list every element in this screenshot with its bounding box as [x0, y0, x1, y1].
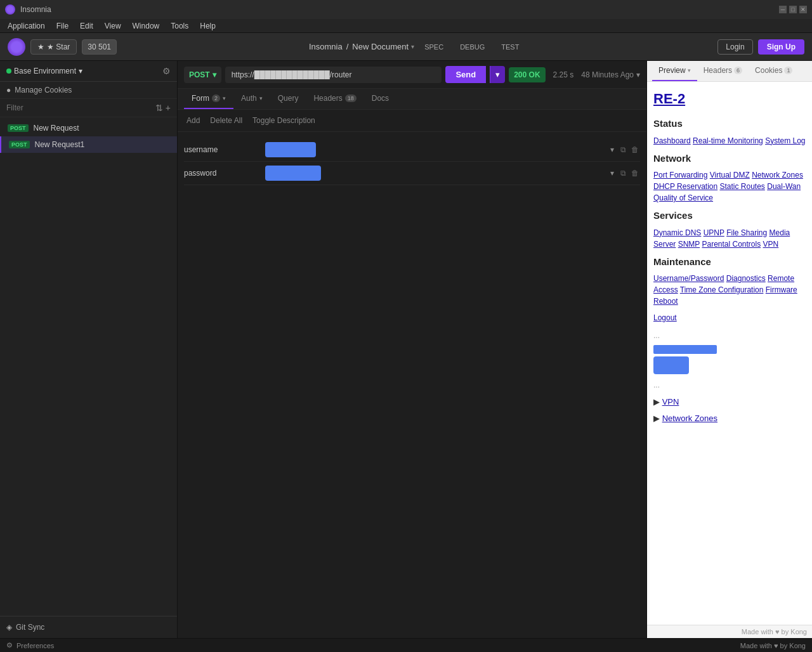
add-request-icon[interactable]: + [166, 103, 171, 113]
menu-item-window[interactable]: Window [128, 20, 165, 32]
link-dynamic-dns[interactable]: Dynamic DNS [653, 228, 701, 237]
link-realtime[interactable]: Real-time Monitoring [693, 136, 763, 145]
send-button[interactable]: Send [445, 66, 486, 83]
tab-auth[interactable]: Auth ▾ [233, 89, 270, 109]
menu-item-help[interactable]: Help [195, 20, 221, 32]
section-heading-status: Status [653, 117, 806, 131]
link-upnp[interactable]: UPNP [704, 228, 724, 237]
body-toolbar: Add Delete All Toggle Description [178, 110, 646, 132]
list-item[interactable]: POST New Request [0, 120, 177, 136]
link-diagnostics[interactable]: Diagnostics [726, 274, 766, 283]
method-badge: POST [9, 141, 30, 148]
maximize-button[interactable]: □ [789, 6, 797, 13]
tab-form[interactable]: Form 2 ▾ [184, 89, 233, 109]
delete-icon[interactable]: 🗑 [630, 167, 640, 179]
tab-resp-headers[interactable]: Headers 6 [697, 61, 749, 81]
link-dashboard[interactable]: Dashboard [653, 136, 691, 145]
link-network-zones[interactable]: Network Zones [752, 171, 803, 179]
tab-docs[interactable]: Docs [364, 89, 396, 109]
star-button[interactable]: ★ ★ Star [30, 39, 77, 55]
link-port-forwarding[interactable]: Port Forwarding [653, 171, 707, 179]
env-chevron-icon: ▾ [79, 67, 82, 75]
delete-all-button[interactable]: Delete All [207, 115, 245, 126]
link-virtual-dmz[interactable]: Virtual DMZ [710, 171, 750, 179]
link-firmware[interactable]: Firmware [766, 285, 797, 294]
link-qos[interactable]: Quality of Service [653, 193, 713, 202]
username-value-blurred [265, 142, 316, 157]
add-field-button[interactable]: Add [184, 115, 202, 126]
link-static-routes[interactable]: Static Routes [720, 182, 765, 191]
field-type-dropdown[interactable]: ▾ [610, 169, 614, 178]
spec-button[interactable]: SPEC [418, 41, 450, 53]
copy-icon[interactable]: ⧉ [619, 144, 627, 155]
link-timezone[interactable]: Time Zone Configuration [680, 285, 764, 294]
request-panel: POST ▾ Send ▾ 200 OK 2.25 s 48 Minutes A… [178, 61, 647, 638]
link-systemlog[interactable]: System Log [765, 136, 805, 145]
field-actions: ⧉ 🗑 [619, 167, 640, 179]
table-row: username ▾ ⧉ 🗑 [184, 138, 640, 162]
list-item[interactable]: POST New Request1 [0, 136, 177, 153]
tab-preview[interactable]: Preview ▾ [652, 61, 697, 81]
sidebar: Base Environment ▾ ⚙ ● Manage Cookies ⇅ … [0, 61, 178, 638]
link-network-zones-bottom[interactable]: Network Zones [662, 414, 717, 423]
manage-cookies-button[interactable]: ● Manage Cookies [0, 82, 177, 99]
send-dropdown-button[interactable]: ▾ [490, 66, 505, 83]
footer-text: Made with ♥ by Kong [740, 642, 806, 649]
table-row: password ▾ ⧉ 🗑 [184, 162, 640, 185]
window-controls: ─ □ ✕ [779, 6, 807, 13]
link-vpn-services[interactable]: VPN [763, 240, 779, 249]
signup-button[interactable]: Sign Up [758, 39, 804, 55]
env-status-dot [6, 68, 11, 74]
tab-cookies[interactable]: Cookies 1 [749, 61, 799, 81]
menu-item-application[interactable]: Application [3, 20, 50, 32]
debug-button[interactable]: DEBUG [454, 41, 491, 53]
link-vpn[interactable]: VPN [662, 397, 679, 407]
tab-query[interactable]: Query [270, 89, 306, 109]
section-heading-maintenance: Maintenance [653, 255, 806, 270]
blurred-blob-1 [653, 356, 689, 374]
delete-icon[interactable]: 🗑 [630, 144, 640, 155]
services-links: Dynamic DNS UPNP File Sharing Media Serv… [653, 227, 806, 250]
close-button[interactable]: ✕ [799, 6, 807, 13]
link-dual-wan[interactable]: Dual-Wan [767, 182, 801, 191]
copy-icon[interactable]: ⧉ [619, 167, 627, 179]
url-input[interactable] [225, 67, 442, 83]
preferences-button[interactable]: ⚙ Preferences [6, 641, 54, 649]
page-title[interactable]: RE-2 [653, 88, 806, 109]
method-selector[interactable]: POST ▾ [184, 67, 221, 83]
git-sync-button[interactable]: ◈ Git Sync [0, 616, 177, 638]
link-logout[interactable]: Logout [653, 313, 677, 322]
chevron-down-icon: ▾ [411, 43, 414, 50]
menu-item-edit[interactable]: Edit [75, 20, 98, 32]
minimize-button[interactable]: ─ [779, 6, 787, 13]
link-snmp[interactable]: SNMP [678, 240, 700, 249]
link-reboot[interactable]: Reboot [653, 297, 678, 306]
filter-input[interactable] [6, 103, 152, 112]
toggle-description-button[interactable]: Toggle Description [250, 115, 318, 126]
breadcrumb-doc[interactable]: New Document ▾ [352, 42, 414, 51]
test-button[interactable]: TEST [495, 41, 525, 53]
link-dhcp[interactable]: DHCP Reservation [653, 182, 717, 191]
request-name: New Request1 [35, 140, 85, 149]
link-parental[interactable]: Parental Controls [702, 240, 761, 249]
cookies-badge: 1 [784, 67, 792, 74]
sidebar-header: Base Environment ▾ ⚙ [0, 61, 177, 82]
link-file-sharing[interactable]: File Sharing [726, 228, 767, 237]
gear-icon[interactable]: ⚙ [162, 66, 171, 76]
section-heading-network: Network [653, 152, 806, 166]
breadcrumb-app: Insomnia [309, 42, 343, 51]
login-button[interactable]: Login [717, 39, 752, 55]
field-type-dropdown[interactable]: ▾ [610, 145, 614, 154]
ellipsis-2: ... [653, 379, 806, 391]
environment-label: Base Environment [14, 67, 76, 75]
response-footer: Made with ♥ by Kong [647, 625, 812, 638]
link-username-password[interactable]: Username/Password [653, 274, 724, 283]
menu-item-view[interactable]: View [100, 20, 126, 32]
environment-selector[interactable]: Base Environment ▾ [6, 67, 82, 75]
network-links: Port Forwarding Virtual DMZ Network Zone… [653, 169, 806, 204]
sort-icon[interactable]: ⇅ [155, 103, 163, 113]
menu-item-tools[interactable]: Tools [166, 20, 193, 32]
menu-item-file[interactable]: File [51, 20, 74, 32]
maintenance-links: Username/Password Diagnostics Remote Acc… [653, 273, 806, 307]
tab-headers[interactable]: Headers 18 [306, 89, 363, 109]
